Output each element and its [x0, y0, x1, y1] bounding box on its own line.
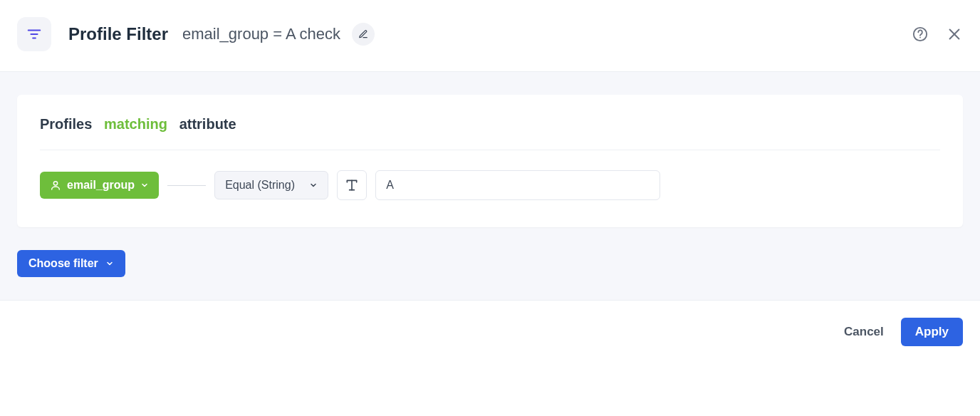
attribute-chip[interactable]: email_group [40, 172, 159, 199]
page-title: Profile Filter [68, 24, 168, 44]
help-button[interactable] [912, 26, 929, 43]
condition-row: email_group Equal (String) [40, 170, 940, 200]
body-area: Profiles matching attribute email_group [0, 71, 980, 300]
edit-name-button[interactable] [352, 23, 375, 46]
choose-filter-button[interactable]: Choose filter [17, 250, 125, 277]
apply-button[interactable]: Apply [901, 318, 963, 346]
profiles-label: Profiles [40, 116, 92, 132]
svg-point-7 [53, 182, 57, 185]
footer-bar: Cancel Apply [0, 300, 980, 363]
filter-icon [17, 17, 51, 51]
matching-label[interactable]: matching [104, 116, 167, 132]
filter-name-label: email_group = A check [182, 25, 340, 43]
text-type-icon [345, 178, 359, 192]
help-icon [912, 26, 928, 42]
value-input[interactable] [375, 170, 660, 200]
header-bar: Profile Filter email_group = A check [0, 0, 980, 71]
cancel-button[interactable]: Cancel [844, 325, 884, 339]
connector-line [167, 185, 206, 186]
choose-filter-label: Choose filter [28, 257, 98, 270]
attribute-chip-label: email_group [67, 179, 135, 192]
card-divider [40, 150, 940, 150]
close-button[interactable] [946, 26, 963, 43]
pencil-icon [358, 29, 368, 39]
person-icon [50, 180, 61, 191]
value-type-toggle[interactable] [337, 170, 367, 200]
attribute-label: attribute [179, 116, 236, 132]
filter-card: Profiles matching attribute email_group [17, 95, 963, 227]
chevron-down-icon [309, 181, 318, 189]
close-icon [947, 26, 962, 42]
chevron-down-icon [105, 259, 114, 268]
chevron-down-icon [140, 181, 149, 189]
operator-select-label: Equal (String) [225, 179, 295, 192]
operator-select[interactable]: Equal (String) [214, 171, 328, 199]
profiles-sentence: Profiles matching attribute [40, 116, 940, 132]
